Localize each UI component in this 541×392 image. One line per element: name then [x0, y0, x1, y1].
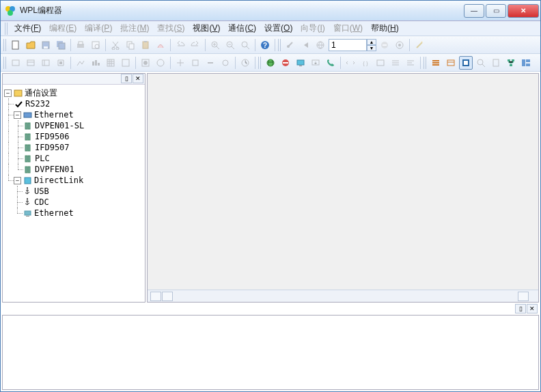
open-button[interactable]: [24, 38, 38, 52]
tb2-7[interactable]: [104, 56, 117, 70]
rewind-button[interactable]: [299, 38, 312, 52]
scroll-thumb[interactable]: [518, 292, 529, 301]
tb2-rightpanes-2[interactable]: [444, 56, 458, 70]
print-button[interactable]: [74, 38, 87, 52]
tree-item[interactable]: Ethernet: [34, 208, 74, 218]
collapse-icon[interactable]: −: [14, 177, 21, 184]
tb2-monitor[interactable]: [294, 56, 307, 70]
tb2-8[interactable]: [119, 56, 133, 70]
tree-item[interactable]: DVPFEN01: [35, 165, 74, 174]
cut-button[interactable]: [109, 38, 122, 52]
output-close-button[interactable]: ✕: [527, 304, 538, 313]
zoom-out-button[interactable]: [223, 38, 237, 52]
tb2-10[interactable]: [154, 56, 167, 70]
stop-button[interactable]: [378, 38, 391, 52]
tb2-11[interactable]: [174, 56, 187, 70]
tb2-noentry[interactable]: [279, 56, 292, 70]
menu-p: 编译(P): [81, 21, 116, 36]
svg-rect-33: [95, 60, 97, 66]
collapse-icon[interactable]: −: [4, 89, 12, 97]
tb2-1[interactable]: [9, 56, 23, 70]
title-bar[interactable]: WPL编程器 — ▭ ✕: [1, 1, 540, 21]
collapse-icon[interactable]: −: [14, 111, 21, 119]
save-button[interactable]: [39, 38, 53, 52]
redo-button[interactable]: [189, 38, 202, 52]
tb2-14[interactable]: [219, 56, 232, 70]
preview-button[interactable]: [89, 38, 102, 52]
output-pin-button[interactable]: ▯: [515, 304, 526, 313]
tb2-4[interactable]: [54, 56, 68, 70]
tb2-code1[interactable]: [344, 56, 357, 70]
copy-button[interactable]: [124, 38, 137, 52]
svg-rect-3: [12, 41, 18, 49]
help-button[interactable]: ?: [258, 38, 272, 52]
tb2-2[interactable]: [24, 56, 38, 70]
menu-o[interactable]: 设置(O): [260, 21, 296, 36]
record-button[interactable]: [393, 38, 406, 52]
zoom-in-button[interactable]: [208, 38, 222, 52]
pane-close-button[interactable]: ✕: [133, 74, 143, 83]
tb2-layout[interactable]: [519, 56, 533, 70]
svg-rect-71: [28, 156, 30, 162]
minimize-button[interactable]: —: [464, 4, 484, 18]
menu-c[interactable]: 通信(C): [224, 21, 260, 36]
tb2-code3[interactable]: [374, 56, 387, 70]
tb2-rightpanes-3[interactable]: [459, 56, 473, 70]
svg-rect-59: [522, 59, 525, 66]
tb2-rightpanes-1[interactable]: [429, 56, 443, 70]
svg-rect-67: [28, 134, 30, 140]
tb2-13[interactable]: [204, 56, 217, 70]
zoom-fit-button[interactable]: [238, 38, 252, 52]
tb2-code5[interactable]: [404, 56, 417, 70]
output-pane[interactable]: [2, 315, 539, 390]
editor-canvas[interactable]: [148, 74, 538, 290]
pane-pin-button[interactable]: ▯: [121, 74, 132, 83]
run-button[interactable]: [283, 38, 297, 52]
comm-tree[interactable]: − 通信设置 RS232 −Ethernet DVPEN01-SLIFD9506…: [3, 85, 145, 302]
menu-v[interactable]: 视图(V): [189, 21, 224, 36]
svg-point-76: [27, 198, 28, 199]
tree-item[interactable]: IFD9507: [35, 143, 70, 152]
delete-button[interactable]: [154, 38, 167, 52]
tree-item[interactable]: IFD9506: [35, 132, 70, 141]
tree-item-directlink[interactable]: DirectLink: [34, 176, 83, 185]
tb2-5[interactable]: [74, 56, 87, 70]
tb2-code2[interactable]: { }: [359, 56, 372, 70]
undo-button[interactable]: [174, 38, 187, 52]
menu-f[interactable]: 文件(F): [10, 21, 45, 36]
spin-up[interactable]: ▲: [367, 39, 376, 45]
step-spinner[interactable]: ▲▼: [329, 39, 376, 51]
paste-button[interactable]: [139, 38, 152, 52]
tb2-phone[interactable]: [324, 56, 337, 70]
spin-down[interactable]: ▼: [367, 45, 376, 51]
tb2-15[interactable]: [238, 56, 252, 70]
tb2-download[interactable]: [309, 56, 322, 70]
tb2-note[interactable]: [489, 56, 503, 70]
tree-item[interactable]: CDC: [34, 197, 49, 207]
tree-item[interactable]: USB: [34, 186, 49, 196]
close-button[interactable]: ✕: [508, 4, 539, 18]
new-button[interactable]: [9, 38, 23, 52]
menu-h[interactable]: 帮助(H): [367, 21, 403, 36]
tree-item-ethernet[interactable]: Ethernet: [34, 110, 74, 120]
tb2-6[interactable]: [89, 56, 102, 70]
tb2-zoom[interactable]: [474, 56, 488, 70]
tb2-network[interactable]: [504, 56, 518, 70]
tree-item[interactable]: DVPEN01-SL: [35, 121, 84, 130]
hscrollbar[interactable]: [148, 290, 538, 302]
step-input[interactable]: [329, 39, 367, 51]
tb2-globe[interactable]: [264, 56, 277, 70]
globe-button[interactable]: [314, 38, 327, 52]
maximize-button[interactable]: ▭: [486, 4, 506, 18]
scroll-right-button[interactable]: [162, 292, 173, 301]
grip-icon: [3, 39, 8, 51]
save-all-button[interactable]: [54, 38, 68, 52]
tb2-12[interactable]: [189, 56, 202, 70]
tb2-3[interactable]: [39, 56, 53, 70]
tb2-9[interactable]: [139, 56, 152, 70]
tree-item[interactable]: PLC: [35, 154, 50, 163]
wand-button[interactable]: [413, 38, 426, 52]
scroll-left-button[interactable]: [150, 292, 161, 301]
tree-item-rs232[interactable]: RS232: [25, 99, 50, 109]
tb2-code4[interactable]: [389, 56, 402, 70]
